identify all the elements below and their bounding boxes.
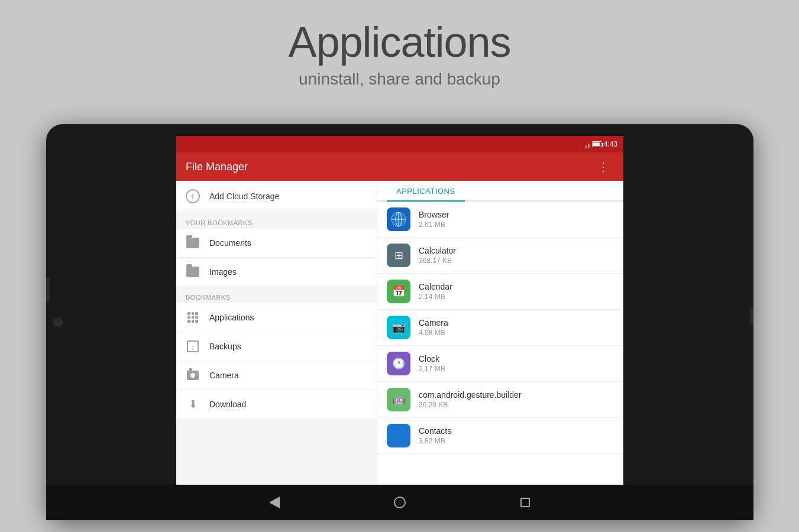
sidebar-item-images[interactable]: Images [176, 258, 377, 287]
camera-glyph: 📷 [392, 321, 405, 334]
folder-icon [186, 265, 200, 279]
nav-recents-button[interactable] [516, 493, 535, 512]
app-icon-camera: 📷 [387, 316, 410, 339]
app-item-contacts[interactable]: 👤 Contacts 3.82 MB [377, 418, 623, 454]
content-area: + Add Cloud Storage YOUR BOOKMARKS Docum… [176, 181, 623, 485]
app-item-clock[interactable]: 🕐 Clock 2.17 MB [377, 346, 623, 382]
app-icon-gesture: 🤖 [387, 388, 410, 411]
app-name: Clock [419, 354, 614, 364]
clock-glyph: 🕐 [392, 357, 405, 370]
main-panel: APPLICATIONS [377, 181, 623, 485]
add-cloud-storage-button[interactable]: + Add Cloud Storage [176, 181, 377, 212]
app-name: Calculator [419, 246, 614, 255]
folder-icon [186, 236, 200, 250]
tab-applications[interactable]: APPLICATIONS [387, 181, 465, 202]
app-icon-contacts: 👤 [387, 424, 410, 447]
calculator-glyph: ⊞ [394, 249, 403, 262]
app-size: 2.17 MB [419, 365, 614, 373]
sidebar-item-label: Documents [209, 238, 251, 248]
nav-home-button[interactable] [390, 493, 409, 512]
app-item-gesture[interactable]: 🤖 com.android.gesture.builder 26.20 KB [377, 382, 623, 418]
app-bar-title: File Manager [186, 161, 248, 173]
app-info-clock: Clock 2.17 MB [419, 354, 614, 373]
app-bar: File Manager ⋮ [176, 153, 623, 181]
app-icon-browser [387, 207, 410, 231]
app-item-calculator[interactable]: ⊞ Calculator 368.17 KB [377, 238, 623, 274]
app-icon-calculator: ⊞ [387, 244, 410, 267]
tab-bar: APPLICATIONS [377, 181, 623, 202]
app-name: Calendar [419, 282, 614, 291]
contacts-glyph: 👤 [392, 429, 405, 442]
app-item-calendar[interactable]: 📅 Calendar 2.14 MB [377, 274, 623, 310]
app-list: Browser 2.61 MB ⊞ Calculator 368.17 KB [377, 202, 623, 485]
status-time: 4:43 [604, 140, 617, 148]
folder-shape [186, 238, 199, 248]
app-item-browser[interactable]: Browser 2.61 MB [377, 202, 623, 238]
app-item-camera[interactable]: 📷 Camera 4.08 MB [377, 310, 623, 346]
app-size: 26.20 KB [419, 401, 614, 409]
tablet-right-button [750, 307, 753, 325]
page-title-area: Applications uninstall, share and backup [0, 18, 799, 89]
app-size: 2.61 MB [419, 220, 614, 229]
tablet-camera [53, 317, 63, 327]
app-size: 3.82 MB [419, 437, 614, 445]
sidebar-item-camera[interactable]: Camera [176, 361, 377, 390]
app-size: 4.08 MB [419, 329, 614, 337]
sidebar-item-label: Camera [209, 371, 239, 380]
download-arrow: ⬇ [189, 398, 198, 411]
overflow-menu-button[interactable]: ⋮ [593, 157, 614, 176]
grid-icon [186, 310, 200, 325]
app-info-browser: Browser 2.61 MB [419, 210, 614, 229]
app-size: 368.17 KB [419, 257, 614, 265]
page-subtitle: uninstall, share and backup [0, 70, 799, 89]
sidebar-item-download[interactable]: ⬇ Download [176, 390, 377, 419]
app-icon-calendar: 📅 [387, 280, 410, 303]
app-info-contacts: Contacts 3.82 MB [419, 426, 614, 445]
sidebar-item-label: Applications [209, 313, 254, 322]
app-name: com.android.gesture.builder [419, 390, 614, 400]
tablet-frame: 4:43 File Manager ⋮ + Add Cloud Storage … [46, 124, 753, 520]
calendar-glyph: 📅 [392, 285, 405, 298]
home-icon [394, 497, 406, 508]
status-icons: 4:43 [581, 140, 617, 148]
add-circle-icon: + [186, 189, 200, 203]
app-size: 2.14 MB [419, 293, 614, 301]
app-info-calculator: Calculator 368.17 KB [419, 246, 614, 265]
app-name: Contacts [419, 426, 614, 436]
tablet-left-button [46, 278, 50, 301]
app-name: Browser [419, 210, 614, 219]
app-info-camera: Camera 4.08 MB [419, 318, 614, 337]
nav-back-button[interactable] [265, 493, 284, 512]
app-info-gesture: com.android.gesture.builder 26.20 KB [419, 390, 614, 409]
sidebar-item-label: Images [209, 267, 237, 277]
camera-icon [186, 368, 200, 382]
sidebar: + Add Cloud Storage YOUR BOOKMARKS Docum… [176, 181, 377, 485]
battery-icon [592, 141, 601, 147]
grid-shape [187, 312, 198, 323]
sidebar-item-label: Download [209, 400, 246, 409]
app-info-calendar: Calendar 2.14 MB [419, 282, 614, 301]
bookmarks-section2-label: BOOKMARKS [176, 287, 377, 303]
bookmarks-section-label: YOUR BOOKMARKS [176, 212, 377, 229]
folder-shape [186, 267, 199, 277]
backup-shape [187, 340, 199, 352]
download-icon: ⬇ [186, 397, 200, 411]
camera-shape [187, 371, 199, 380]
signal-icon [581, 140, 590, 148]
sidebar-item-documents[interactable]: Documents [176, 229, 377, 258]
backup-icon [186, 339, 200, 353]
page-title: Applications [0, 18, 799, 66]
gesture-glyph: 🤖 [392, 393, 405, 406]
sidebar-item-applications[interactable]: Applications [176, 303, 377, 332]
bottom-nav-bar [46, 485, 753, 520]
tablet-screen: 4:43 File Manager ⋮ + Add Cloud Storage … [176, 136, 623, 485]
status-bar: 4:43 [176, 136, 623, 153]
browser-icon-svg [390, 211, 407, 228]
sidebar-item-backups[interactable]: Backups [176, 332, 377, 361]
add-cloud-label: Add Cloud Storage [209, 192, 279, 201]
app-icon-clock: 🕐 [387, 352, 410, 375]
sidebar-item-label: Backups [209, 342, 241, 351]
recents-icon [520, 498, 530, 507]
app-name: Camera [419, 318, 614, 327]
back-icon [269, 497, 280, 508]
